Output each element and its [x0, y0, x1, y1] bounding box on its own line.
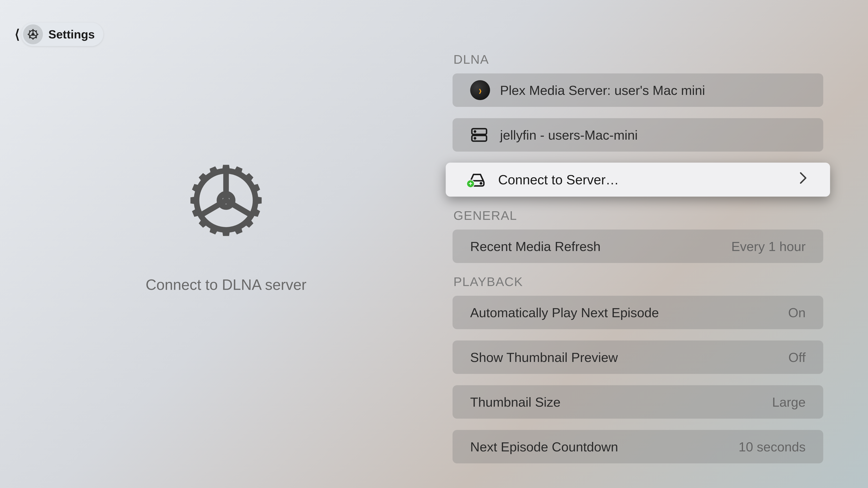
dlna-server-row-jellyfin[interactable]: jellyfin - users-Mac-mini	[453, 118, 823, 152]
auto-play-next-row[interactable]: Automatically Play Next Episode On	[453, 296, 823, 329]
svg-point-20	[474, 131, 476, 132]
plus-badge-icon: +	[466, 180, 475, 188]
settings-list: DLNA › Plex Media Server: user's Mac min…	[453, 52, 823, 475]
plex-icon: ›	[470, 80, 490, 100]
server-rack-icon	[470, 126, 488, 144]
row-label: Show Thumbnail Preview	[470, 350, 788, 365]
row-label: Next Episode Countdown	[470, 439, 739, 454]
row-label: Automatically Play Next Episode	[470, 305, 788, 320]
row-label: jellyfin - users-Mac-mini	[500, 127, 806, 142]
row-label: Recent Media Refresh	[470, 239, 731, 254]
connect-to-server-row[interactable]: + Connect to Server…	[446, 163, 830, 197]
dlna-server-row-plex[interactable]: › Plex Media Server: user's Mac mini	[453, 73, 823, 107]
row-label: Plex Media Server: user's Mac mini	[500, 83, 806, 98]
left-detail-panel: Connect to DLNA server	[0, 0, 452, 488]
row-value: Large	[772, 394, 806, 410]
row-value: 10 seconds	[739, 439, 806, 454]
row-label: Connect to Server…	[498, 172, 799, 187]
section-header-general: GENERAL	[453, 208, 823, 223]
recent-media-refresh-row[interactable]: Recent Media Refresh Every 1 hour	[453, 230, 823, 263]
left-subtitle: Connect to DLNA server	[146, 276, 307, 293]
thumbnail-size-row[interactable]: Thumbnail Size Large	[453, 385, 823, 419]
thumbnail-preview-row[interactable]: Show Thumbnail Preview Off	[453, 340, 823, 374]
gear-large-icon	[175, 150, 277, 251]
drive-add-icon: +	[468, 170, 486, 189]
row-value: Every 1 hour	[731, 239, 806, 254]
chevron-right-icon	[799, 170, 808, 188]
svg-point-23	[480, 183, 482, 184]
next-episode-countdown-row[interactable]: Next Episode Countdown 10 seconds	[453, 430, 823, 463]
svg-point-21	[474, 138, 476, 139]
section-header-playback: PLAYBACK	[453, 274, 823, 289]
row-value: Off	[788, 350, 806, 365]
row-value: On	[788, 305, 806, 320]
row-label: Thumbnail Size	[470, 394, 772, 410]
section-header-dlna: DLNA	[453, 52, 823, 67]
